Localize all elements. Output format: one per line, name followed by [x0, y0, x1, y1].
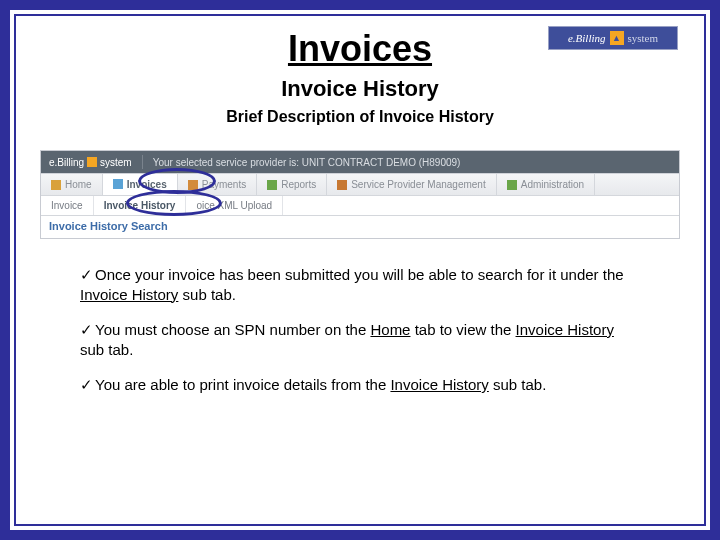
subtab-xml-upload-label: oice XML Upload: [196, 200, 272, 211]
brand-ebilling: e.Billing: [568, 32, 606, 44]
bullet-1-text-a: Once your invoice has been submitted you…: [95, 266, 624, 283]
brand-system: system: [628, 32, 659, 44]
check-icon: ✓: [80, 321, 93, 338]
bullet-2-text-mid: tab to view the: [410, 321, 515, 338]
bullet-1-text-b: sub tab.: [178, 286, 236, 303]
invoice-history-search-header: Invoice History Search: [41, 215, 679, 238]
brand-star-icon: ▲: [610, 31, 624, 45]
spm-icon: [337, 180, 347, 190]
subtab-invoice-history[interactable]: Invoice History: [94, 196, 187, 215]
app-topbar: e.Billing system Your selected service p…: [41, 151, 679, 173]
bullet-2-underline-home: Home: [370, 321, 410, 338]
bullet-2-text-b: sub tab.: [80, 341, 133, 358]
admin-icon: [507, 180, 517, 190]
topbar-provider-text: Your selected service provider is: UNIT …: [153, 157, 461, 168]
sub-tabs: Invoice Invoice History oice XML Upload: [41, 195, 679, 215]
reports-icon: [267, 180, 277, 190]
topbar-brand-sys: system: [100, 157, 132, 168]
subtab-xml-upload[interactable]: oice XML Upload: [186, 196, 283, 215]
tab-spm-label: Service Provider Management: [351, 179, 486, 190]
tab-spm[interactable]: Service Provider Management: [327, 174, 497, 195]
check-icon: ✓: [80, 376, 93, 393]
brand-badge: e.Billing ▲ system: [548, 26, 678, 50]
invoices-icon: [113, 179, 123, 189]
slide-inner: e.Billing ▲ system Invoices Invoice Hist…: [10, 10, 710, 530]
bullet-list: ✓Once your invoice has been submitted yo…: [80, 265, 640, 395]
topbar-brand-e: e.Billing: [49, 157, 84, 168]
page-subtitle: Invoice History: [38, 76, 682, 102]
tab-admin-label: Administration: [521, 179, 584, 190]
bullet-3-text-b: sub tab.: [489, 376, 547, 393]
app-screenshot: e.Billing system Your selected service p…: [40, 150, 680, 239]
bullet-3-text-a: You are able to print invoice details fr…: [95, 376, 390, 393]
bullet-2-text-a: You must choose an SPN number on the: [95, 321, 370, 338]
tab-admin[interactable]: Administration: [497, 174, 595, 195]
tab-reports-label: Reports: [281, 179, 316, 190]
bullet-3: ✓You are able to print invoice details f…: [80, 375, 640, 395]
topbar-divider: [142, 155, 143, 169]
bullet-1: ✓Once your invoice has been submitted yo…: [80, 265, 640, 304]
bullet-1-underline: Invoice History: [80, 286, 178, 303]
slide-frame: e.Billing ▲ system Invoices Invoice Hist…: [0, 0, 720, 540]
tab-payments-label: Payments: [202, 179, 246, 190]
tab-payments[interactable]: Payments: [178, 174, 257, 195]
payments-icon: [188, 180, 198, 190]
tab-invoices[interactable]: Invoices: [103, 174, 178, 195]
home-icon: [51, 180, 61, 190]
subtab-invoice-label: Invoice: [51, 200, 83, 211]
topbar-brand: e.Billing system: [49, 157, 132, 168]
subtab-invoice[interactable]: Invoice: [41, 196, 94, 215]
tab-reports[interactable]: Reports: [257, 174, 327, 195]
subtab-invoice-history-label: Invoice History: [104, 200, 176, 211]
app-screenshot-wrap: e.Billing system Your selected service p…: [38, 150, 682, 239]
tab-invoices-label: Invoices: [127, 179, 167, 190]
bullet-3-underline: Invoice History: [390, 376, 488, 393]
tab-home[interactable]: Home: [41, 174, 103, 195]
bullet-2: ✓You must choose an SPN number on the Ho…: [80, 320, 640, 359]
main-tabs: Home Invoices Payments Reports: [41, 173, 679, 195]
tab-home-label: Home: [65, 179, 92, 190]
check-icon: ✓: [80, 266, 93, 283]
topbar-star-icon: [87, 157, 97, 167]
page-description: Brief Description of Invoice History: [38, 108, 682, 126]
bullet-2-underline-ih: Invoice History: [516, 321, 614, 338]
